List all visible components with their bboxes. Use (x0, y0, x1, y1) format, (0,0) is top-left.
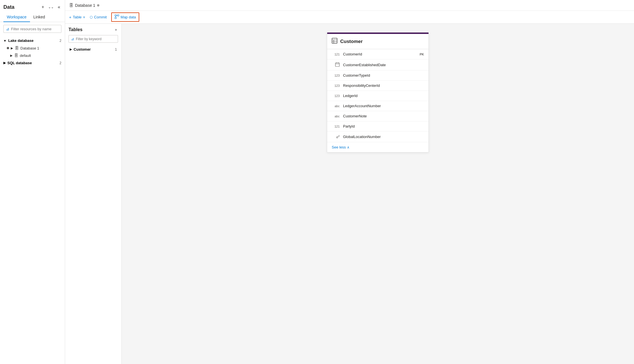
field-type-globallocationnumber: ex (332, 134, 340, 139)
customer-expand-icon: ▶ (70, 48, 72, 51)
double-chevron-left-icon: « (58, 5, 60, 10)
tree-section: ▼ Lake database 2 ▶ 🗄 Database 1 ▶ 🗄 def… (0, 36, 65, 68)
chevron-down-icon: ▼ (3, 39, 7, 42)
tables-title: Tables (68, 27, 83, 32)
filter-icon: ⊿ (6, 27, 9, 31)
lake-database-section-header[interactable]: ▼ Lake database 2 (0, 37, 65, 44)
card-title: Customer (340, 39, 363, 44)
main-content: 🗄 Database 1 + Table ∨ ⬡ Commit (65, 0, 634, 364)
database1-db-icon: 🗄 (15, 46, 19, 50)
db-tab-name: Database 1 (75, 3, 95, 8)
field-name-customernote: CustomerNote (343, 114, 424, 118)
lake-database-label-group: ▼ Lake database (3, 38, 34, 43)
field-type-partyid: 121 (332, 125, 340, 128)
svg-rect-2 (115, 17, 116, 19)
field-name-customertypeid: CustomerTypeId (343, 73, 424, 77)
database1-expand-icon: ▶ (11, 46, 13, 50)
sidebar-title: Data (3, 4, 14, 10)
sidebar-filter-box[interactable]: ⊿ (3, 25, 61, 33)
sql-database-label: SQL database (7, 61, 32, 65)
tables-filter-input[interactable] (76, 37, 115, 41)
map-data-button[interactable]: Map data (111, 12, 139, 22)
map-data-btn-label: Map data (121, 15, 136, 19)
topbar-row: 🗄 Database 1 (65, 0, 634, 11)
see-less-link[interactable]: See less ∧ (332, 145, 350, 149)
database1-status-dot (7, 47, 9, 49)
customer-table-row-left: ▶ Customer (70, 47, 91, 51)
card-header: Customer (327, 34, 429, 49)
caret-up-icon: ∧ (347, 145, 350, 149)
field-name-customerestablisheddate: CustomerEstablishedDate (343, 63, 424, 67)
field-row-ledgerid: 123 LedgerId (327, 91, 429, 101)
sql-database-label-group: ▶ SQL database (3, 61, 32, 65)
sql-database-count: 2 (59, 61, 61, 65)
field-row-ledgeraccountnumber: abc LedgerAccountNumber (327, 101, 429, 111)
field-name-ledgerid: LedgerId (343, 94, 424, 98)
field-row-globallocationnumber: ex GlobalLocationNumber (327, 132, 429, 142)
db-unsaved-dot (97, 4, 99, 7)
card-table-icon (332, 38, 337, 45)
field-row-customerid: 121 CustomerId PK (327, 49, 429, 59)
sidebar: Data + ⌄⌄ « Workspace Linked ⊿ ▼ Lake da… (0, 0, 65, 364)
plus-table-icon: + (69, 15, 71, 20)
see-less-label: See less (332, 145, 346, 149)
field-pk-customerid: PK (420, 53, 424, 56)
customer-table-row[interactable]: ▶ Customer 1 (68, 46, 118, 53)
right-panel: Customer 121 CustomerId PK (122, 24, 634, 364)
see-less-row: See less ∧ (327, 142, 429, 152)
tab-workspace[interactable]: Workspace (3, 12, 30, 22)
field-name-customerid: CustomerId (343, 52, 416, 56)
field-type-customerestablisheddate (332, 62, 340, 67)
map-data-icon (115, 14, 119, 20)
tables-header: Tables » (68, 27, 118, 32)
default-item[interactable]: ▶ 🗄 default (0, 52, 65, 59)
collapse-tables-button[interactable]: » (114, 27, 118, 32)
database1-item[interactable]: ▶ 🗄 Database 1 (0, 44, 65, 52)
commit-icon: ⬡ (90, 15, 93, 19)
svg-rect-9 (335, 63, 339, 66)
field-type-ledgerid: 123 (332, 94, 340, 98)
sql-database-section-header[interactable]: ▶ SQL database 2 (0, 59, 65, 67)
commit-btn-label: Commit (94, 15, 107, 19)
field-type-ledgeraccountnumber: abc (332, 104, 340, 108)
toolbar-row: + Table ∨ ⬡ Commit Map data (65, 11, 634, 24)
double-chevron-down-icon: ⌄⌄ (48, 5, 54, 9)
add-resource-button[interactable]: + (40, 4, 45, 10)
customer-table-count: 1 (115, 48, 117, 51)
filter-resources-input[interactable] (11, 27, 59, 31)
default-db-icon: 🗄 (14, 53, 18, 58)
db-tab-icon: 🗄 (69, 3, 73, 8)
table-chevron-icon: ∨ (83, 15, 85, 19)
commit-button[interactable]: ⬡ Commit (90, 14, 107, 20)
field-row-responsibilitycenterid: 123 ResponsibilityCenterId (327, 81, 429, 91)
customer-table-name: Customer (74, 47, 91, 51)
sidebar-actions: + ⌄⌄ « (40, 4, 61, 10)
tables-panel: Tables » ⊿ ▶ Customer 1 (65, 24, 122, 364)
database1-label: Database 1 (20, 46, 39, 50)
field-row-partyid: 121 PartyId (327, 121, 429, 132)
collapse-sidebar-button[interactable]: « (57, 4, 61, 10)
tables-filter-icon: ⊿ (71, 37, 74, 41)
tab-linked[interactable]: Linked (30, 12, 48, 22)
field-type-customertypeid: 123 (332, 74, 340, 77)
field-type-customernote: abc (332, 115, 340, 118)
default-expand-icon: ▶ (10, 54, 12, 57)
tables-filter-box[interactable]: ⊿ (68, 35, 118, 43)
db-tab[interactable]: 🗄 Database 1 (69, 3, 99, 8)
tables-inner: Tables » ⊿ ▶ Customer 1 (65, 24, 121, 57)
field-row-customerestablisheddate: CustomerEstablishedDate (327, 59, 429, 70)
sidebar-tabs: Workspace Linked (0, 12, 65, 22)
table-button[interactable]: + Table ∨ (69, 14, 85, 21)
field-name-globallocationnumber: GlobalLocationNumber (343, 135, 424, 139)
customer-card: Customer 121 CustomerId PK (327, 32, 429, 152)
collapse-all-button[interactable]: ⌄⌄ (47, 5, 55, 10)
field-name-ledgeraccountnumber: LedgerAccountNumber (343, 104, 424, 108)
plus-icon: + (42, 5, 44, 10)
table-btn-label: Table (73, 15, 82, 19)
content-area: Tables » ⊿ ▶ Customer 1 (65, 24, 634, 364)
field-type-responsibilitycenterid: 123 (332, 84, 340, 87)
lake-database-count: 2 (59, 39, 61, 43)
field-row-customernote: abc CustomerNote (327, 111, 429, 121)
lake-database-label: Lake database (8, 38, 34, 43)
sidebar-header: Data + ⌄⌄ « (0, 0, 65, 12)
